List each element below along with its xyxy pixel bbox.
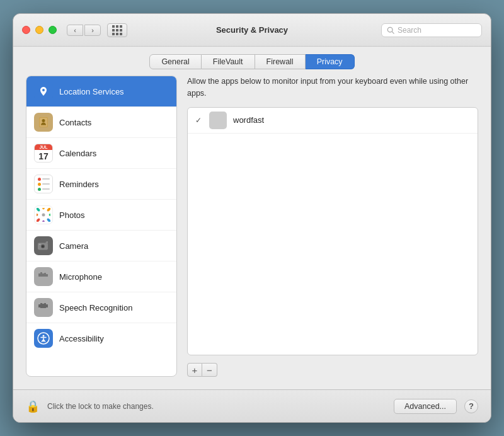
sidebar-item-speech[interactable]: Speech Recognition xyxy=(26,292,176,323)
camera-icon xyxy=(34,236,53,255)
advanced-button[interactable]: Advanced... xyxy=(394,399,457,414)
fullscreen-button[interactable] xyxy=(49,26,57,34)
app-list-item: ✓ wordfast xyxy=(188,108,478,134)
app-icon-wordfast xyxy=(209,112,227,129)
tab-general[interactable]: General xyxy=(149,54,201,69)
photos-icon xyxy=(34,205,53,224)
svg-point-11 xyxy=(37,214,38,216)
sidebar-item-location[interactable]: Location Services xyxy=(26,76,176,107)
remove-button[interactable]: − xyxy=(202,363,217,377)
svg-point-4 xyxy=(42,214,45,217)
content-area: Location Services Contacts JUL 17 Cal xyxy=(13,76,491,389)
svg-rect-26 xyxy=(46,304,48,307)
nav-buttons: ‹ › xyxy=(67,25,101,36)
svg-rect-23 xyxy=(40,303,42,308)
sidebar-label-accessibility: Accessibility xyxy=(59,334,104,343)
sidebar-label-speech: Speech Recognition xyxy=(59,303,132,313)
calendars-icon: JUL 17 xyxy=(34,144,53,163)
lock-text: Click the lock to make changes. xyxy=(47,402,386,411)
sidebar-item-reminders[interactable]: Reminders xyxy=(26,169,176,200)
reminders-icon xyxy=(34,175,53,193)
cal-month: JUL xyxy=(35,144,52,150)
svg-rect-25 xyxy=(44,303,46,308)
svg-rect-16 xyxy=(39,244,41,245)
svg-rect-24 xyxy=(42,304,44,308)
add-button[interactable]: + xyxy=(187,363,202,377)
location-icon xyxy=(34,82,53,101)
svg-rect-19 xyxy=(42,273,44,277)
svg-line-1 xyxy=(392,32,394,33)
sidebar-label-calendars: Calendars xyxy=(59,149,96,158)
app-name-wordfast: wordfast xyxy=(233,115,264,125)
description-text: Allow the apps below to monitor input fr… xyxy=(187,76,478,100)
sidebar-item-calendars[interactable]: JUL 17 Calendars xyxy=(26,138,176,169)
tab-firewall[interactable]: Firewall xyxy=(255,54,306,69)
svg-point-8 xyxy=(47,218,50,222)
sidebar-label-reminders: Reminders xyxy=(59,180,99,189)
sidebar-label-camera: Camera xyxy=(59,241,88,251)
sidebar-item-camera[interactable]: Camera xyxy=(26,231,176,261)
window-title: Security & Privacy xyxy=(216,25,288,35)
main-window: ‹ › Security & Privacy Search General Fi… xyxy=(13,13,491,423)
sidebar-label-photos: Photos xyxy=(59,210,84,220)
svg-point-10 xyxy=(37,218,40,222)
grid-icon xyxy=(112,25,122,35)
sidebar-label-contacts: Contacts xyxy=(59,118,91,127)
svg-point-28 xyxy=(43,335,45,337)
speech-icon xyxy=(34,298,53,317)
tab-privacy[interactable]: Privacy xyxy=(306,54,355,69)
sidebar-item-contacts[interactable]: Contacts xyxy=(26,107,176,138)
grid-button[interactable] xyxy=(107,23,127,37)
sidebar-label-location: Location Services xyxy=(59,87,124,96)
svg-rect-21 xyxy=(46,274,48,277)
svg-rect-22 xyxy=(38,304,40,307)
svg-point-7 xyxy=(49,214,51,216)
minimize-button[interactable] xyxy=(35,26,43,34)
title-bar: ‹ › Security & Privacy Search xyxy=(13,14,491,47)
search-box[interactable]: Search xyxy=(381,23,482,37)
svg-point-5 xyxy=(42,208,45,210)
sidebar-item-microphone[interactable]: Microphone xyxy=(26,261,176,292)
svg-point-6 xyxy=(47,208,50,212)
svg-rect-18 xyxy=(40,272,42,277)
svg-point-9 xyxy=(42,221,45,222)
sidebar-item-accessibility[interactable]: Accessibility xyxy=(26,323,176,353)
sidebar-item-photos[interactable]: Photos xyxy=(26,200,176,231)
sidebar-label-microphone: Microphone xyxy=(59,272,102,282)
search-placeholder: Search xyxy=(398,26,421,35)
lock-icon[interactable]: 🔒 xyxy=(26,399,40,413)
contacts-icon xyxy=(34,113,53,132)
list-controls: + − xyxy=(187,363,478,377)
sidebar: Location Services Contacts JUL 17 Cal xyxy=(26,76,177,377)
svg-rect-20 xyxy=(44,273,46,277)
help-button[interactable]: ? xyxy=(464,399,478,413)
accessibility-icon xyxy=(34,329,53,348)
svg-point-15 xyxy=(42,246,44,248)
app-list: ✓ wordfast xyxy=(187,107,478,356)
tabs-bar: General FileVault Firewall Privacy xyxy=(13,47,491,76)
main-panel: Allow the apps below to monitor input fr… xyxy=(187,76,478,377)
svg-rect-17 xyxy=(38,273,40,277)
traffic-lights xyxy=(22,26,57,34)
svg-point-12 xyxy=(37,208,40,212)
app-checkbox[interactable]: ✓ xyxy=(194,116,203,125)
tab-filevault[interactable]: FileVault xyxy=(202,54,255,69)
microphone-icon xyxy=(34,267,53,286)
search-icon xyxy=(387,26,394,34)
cal-day: 17 xyxy=(35,150,52,162)
bottom-bar: 🔒 Click the lock to make changes. Advanc… xyxy=(13,389,491,422)
close-button[interactable] xyxy=(22,26,30,34)
back-button[interactable]: ‹ xyxy=(67,25,83,36)
forward-button[interactable]: › xyxy=(84,25,101,36)
